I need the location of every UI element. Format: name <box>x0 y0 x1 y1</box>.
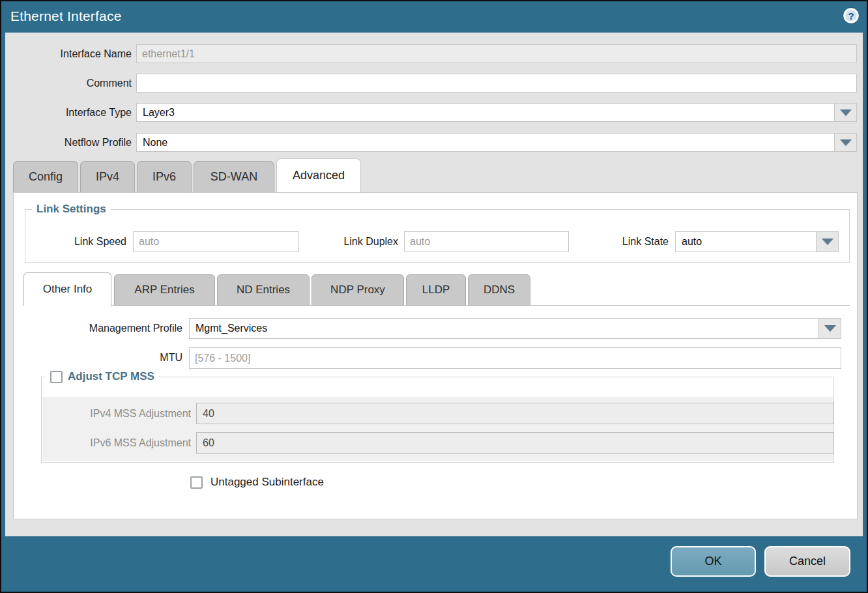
ipv4-mss-input <box>196 403 834 424</box>
management-profile-value: Mgmt_Services <box>195 319 267 338</box>
subtab-ndp-proxy[interactable]: NDP Proxy <box>311 274 404 306</box>
adjust-tcp-mss-fieldset: Adjust TCP MSS IPv4 MSS Adjustment IPv6 … <box>41 377 834 463</box>
link-duplex-input[interactable] <box>404 231 569 252</box>
link-duplex-label: Link Duplex <box>307 231 398 252</box>
interface-name-label: Interface Name <box>5 44 132 63</box>
netflow-profile-dropdown[interactable]: None <box>136 133 857 152</box>
dialog-titlebar: Ethernet Interface ? <box>1 1 867 31</box>
ipv6-mss-label: IPv6 MSS Adjustment <box>61 432 191 454</box>
link-state-label: Link State <box>577 231 669 252</box>
tab-config[interactable]: Config <box>13 161 78 192</box>
cancel-button[interactable]: Cancel <box>764 546 850 577</box>
ethernet-interface-dialog: Ethernet Interface ? Interface Name Comm… <box>0 0 868 593</box>
subtab-ddns[interactable]: DDNS <box>468 274 530 306</box>
interface-type-value: Layer3 <box>143 104 175 121</box>
tab-ipv6[interactable]: IPv6 <box>137 161 192 192</box>
subtab-other-info[interactable]: Other Info <box>23 272 111 306</box>
link-speed-input[interactable] <box>133 231 299 252</box>
svg-text:?: ? <box>848 10 854 22</box>
help-icon[interactable]: ? <box>842 7 860 25</box>
management-profile-dropdown[interactable]: Mgmt_Services <box>189 318 841 339</box>
link-settings-legend: Link Settings <box>32 203 111 216</box>
interface-type-label: Interface Type <box>5 103 132 122</box>
adjust-tcp-mss-checkbox[interactable] <box>50 371 63 383</box>
ipv4-mss-label: IPv4 MSS Adjustment <box>61 403 191 424</box>
link-state-dropdown-button[interactable] <box>816 232 838 252</box>
untagged-subinterface-checkbox[interactable] <box>190 476 203 489</box>
chevron-down-icon <box>840 139 852 146</box>
adjust-tcp-mss-legend-text: Adjust TCP MSS <box>68 370 154 383</box>
advanced-subtabs: Other Info ARP Entries ND Entries NDP Pr… <box>23 272 850 306</box>
link-speed-label: Link Speed <box>35 231 126 252</box>
advanced-tab-panel: Link Settings Link Speed Link Duplex Lin… <box>13 192 858 519</box>
chevron-down-icon <box>840 109 852 116</box>
management-profile-label: Management Profile <box>52 318 182 339</box>
interface-name-input <box>136 44 857 63</box>
chevron-down-icon <box>822 239 833 245</box>
comment-input[interactable] <box>136 74 857 93</box>
link-settings-fieldset: Link Settings Link Speed Link Duplex Lin… <box>25 209 850 263</box>
dialog-content: Interface Name Comment Interface Type La… <box>5 33 863 536</box>
ok-button[interactable]: OK <box>671 546 756 577</box>
link-settings-legend-text: Link Settings <box>36 203 106 216</box>
untagged-subinterface-label: Untagged Subinterface <box>210 476 324 489</box>
subtab-arp-entries[interactable]: ARP Entries <box>114 274 215 306</box>
chevron-down-icon <box>824 325 836 332</box>
interface-type-dropdown-button[interactable] <box>834 104 856 121</box>
dialog-footer: OK Cancel <box>1 536 867 592</box>
subtab-nd-entries[interactable]: ND Entries <box>217 274 310 306</box>
ipv6-mss-input <box>196 432 834 454</box>
netflow-profile-value: None <box>143 134 167 151</box>
netflow-profile-label: Netflow Profile <box>5 133 132 152</box>
mtu-label: MTU <box>52 347 182 368</box>
tab-ipv4[interactable]: IPv4 <box>80 161 135 192</box>
mtu-input[interactable] <box>189 347 841 369</box>
comment-label: Comment <box>5 74 132 93</box>
interface-type-dropdown[interactable]: Layer3 <box>136 103 857 122</box>
untagged-subinterface-row: Untagged Subinterface <box>190 476 324 489</box>
link-state-dropdown[interactable]: auto <box>675 231 839 252</box>
management-profile-dropdown-button[interactable] <box>818 319 841 338</box>
link-state-value: auto <box>682 232 702 252</box>
tab-sdwan[interactable]: SD-WAN <box>194 161 274 192</box>
netflow-profile-dropdown-button[interactable] <box>834 134 856 151</box>
subtab-lldp[interactable]: LLDP <box>406 274 466 306</box>
dialog-title: Ethernet Interface <box>10 8 122 24</box>
adjust-tcp-mss-legend: Adjust TCP MSS <box>46 370 159 383</box>
main-tabs: Config IPv4 IPv6 SD-WAN Advanced <box>13 161 363 192</box>
tab-advanced[interactable]: Advanced <box>276 158 361 192</box>
